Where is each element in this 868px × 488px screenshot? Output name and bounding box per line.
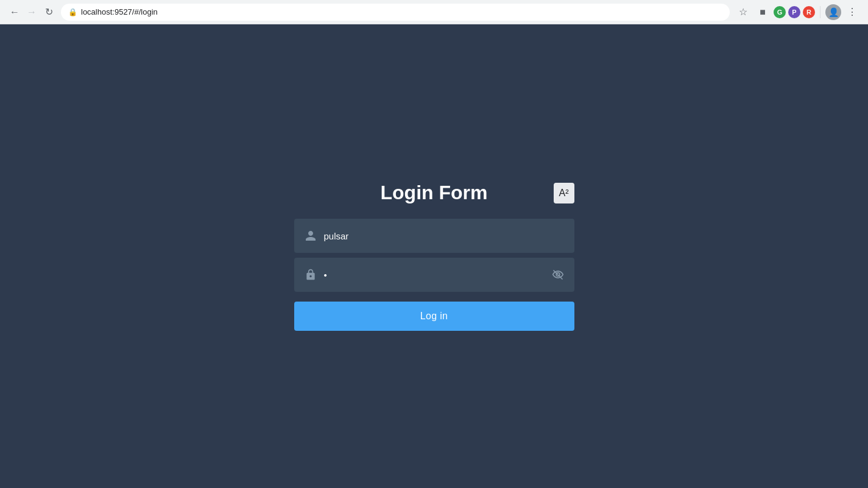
username-input[interactable] — [324, 231, 564, 241]
user-icon — [305, 230, 317, 242]
page-title: Login Form — [381, 182, 488, 204]
extension-green[interactable]: G — [774, 6, 786, 18]
password-group — [294, 258, 574, 292]
password-input[interactable] — [324, 270, 545, 280]
translate-icon-label: A² — [559, 188, 569, 199]
bookmark-button[interactable]: ☆ — [735, 4, 752, 21]
translate-button[interactable]: A² — [554, 183, 574, 203]
divider — [820, 6, 820, 18]
nav-buttons: ← → ↻ — [7, 5, 56, 19]
lock-icon — [305, 269, 317, 281]
login-header: Login Form A² — [294, 182, 574, 204]
password-wrapper — [294, 258, 574, 292]
forward-button[interactable]: → — [24, 5, 39, 19]
menu-button[interactable]: ⋮ — [844, 4, 861, 21]
login-container: Login Form A² — [294, 182, 574, 331]
extension-purple[interactable]: P — [788, 6, 800, 18]
extensions-button[interactable]: ■ — [754, 4, 771, 21]
username-group — [294, 219, 574, 253]
main-content: Login Form A² — [0, 24, 868, 488]
browser-chrome: ← → ↻ 🔒 localhost:9527/#/login ☆ ■ G P R… — [0, 0, 868, 24]
extension-red[interactable]: R — [803, 6, 815, 18]
password-toggle-button[interactable] — [552, 269, 564, 281]
reload-button[interactable]: ↻ — [41, 5, 56, 19]
browser-actions: ☆ ■ G P R 👤 ⋮ — [735, 4, 861, 21]
login-button[interactable]: Log in — [294, 302, 574, 331]
lock-icon: 🔒 — [68, 8, 77, 16]
url-text: localhost:9527/#/login — [81, 7, 158, 16]
address-bar[interactable]: 🔒 localhost:9527/#/login — [61, 4, 730, 21]
username-wrapper — [294, 219, 574, 253]
back-button[interactable]: ← — [7, 5, 22, 19]
profile-button[interactable]: 👤 — [825, 4, 841, 20]
